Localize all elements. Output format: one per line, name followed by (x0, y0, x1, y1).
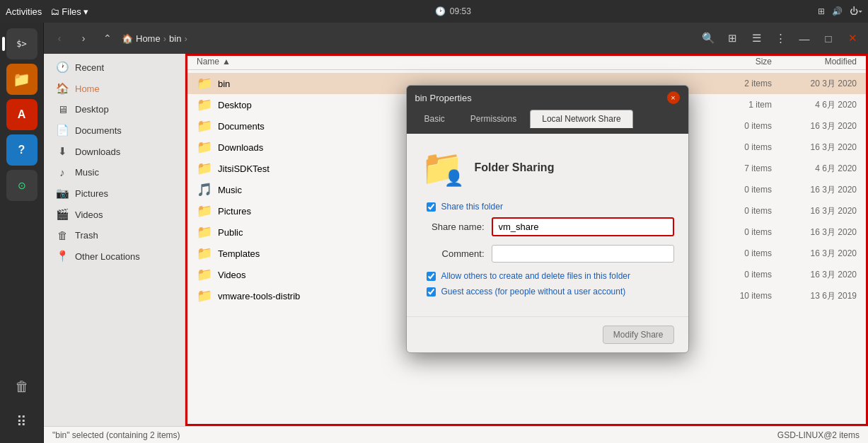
folder-sharing-title: Folder Sharing (475, 161, 555, 174)
guest-access-row: Guest access (for people without a user … (421, 287, 674, 297)
tab-permissions[interactable]: Permissions (458, 110, 528, 128)
dialog-overlay: bin Properties × Basic Permissions Local… (0, 0, 868, 443)
share-name-label: Share name: (421, 222, 492, 232)
modify-share-button[interactable]: Modify Share (603, 326, 674, 344)
properties-dialog: bin Properties × Basic Permissions Local… (406, 85, 689, 353)
comment-label: Comment: (421, 248, 492, 259)
guest-access-label[interactable]: Guest access (for people without a user … (441, 287, 626, 297)
share-name-row: Share name: (421, 217, 674, 236)
dialog-titlebar: bin Properties × (407, 86, 688, 110)
share-this-folder-label[interactable]: Share this folder (441, 202, 503, 212)
folder-share-icon: 📁 👤 (421, 148, 463, 188)
dialog-footer: Modify Share (407, 316, 688, 352)
comment-row: Comment: (421, 245, 674, 263)
tab-local-network-share[interactable]: Local Network Share (530, 110, 632, 128)
dialog-title: bin Properties (415, 93, 472, 103)
dialog-tabs: Basic Permissions Local Network Share (407, 110, 688, 134)
guest-access-checkbox[interactable] (427, 287, 436, 297)
dialog-close-button[interactable]: × (667, 91, 680, 104)
share-this-folder-checkbox[interactable] (427, 202, 436, 212)
share-badge-icon: 👤 (444, 169, 463, 188)
allow-others-label[interactable]: Allow others to create and delete files … (441, 271, 630, 281)
allow-others-row: Allow others to create and delete files … (421, 271, 674, 281)
share-name-input[interactable] (492, 217, 674, 236)
folder-sharing-header: 📁 👤 Folder Sharing (421, 148, 674, 188)
allow-others-checkbox[interactable] (427, 272, 436, 281)
dialog-body: 📁 👤 Folder Sharing Share this folder Sha… (407, 134, 688, 316)
tab-basic[interactable]: Basic (412, 110, 457, 128)
comment-input[interactable] (492, 245, 674, 263)
share-this-folder-row: Share this folder (421, 202, 674, 212)
